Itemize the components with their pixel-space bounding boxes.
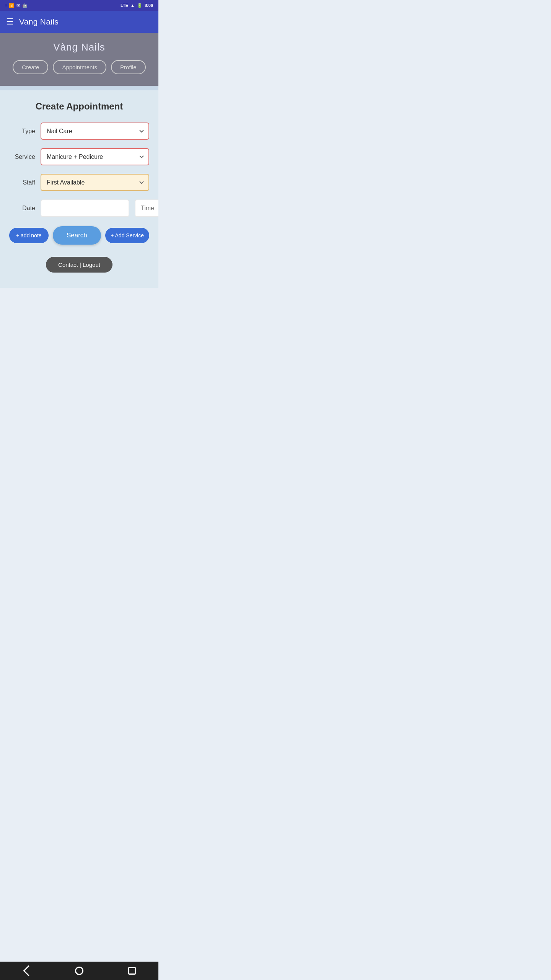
type-row: Type Nail Care Hair Spa <box>9 122 149 140</box>
form-title: Create Appointment <box>9 101 149 112</box>
create-appointment-form: Create Appointment Type Nail Care Hair S… <box>0 90 158 288</box>
banner: Vàng Nails Create Appointments Profile <box>0 33 158 86</box>
battery-icon: 🔋 <box>137 3 142 8</box>
notification-icon: ! <box>5 3 7 8</box>
staff-row: Staff First Available Staff 1 Staff 2 <box>9 174 149 191</box>
service-label: Service <box>9 154 35 160</box>
contact-logout-button[interactable]: Contact | Logout <box>46 257 112 273</box>
top-nav: ☰ Vang Nails <box>0 11 158 33</box>
hamburger-menu-icon[interactable]: ☰ <box>6 17 14 27</box>
time-input[interactable] <box>135 199 158 217</box>
service-row: Service Manicure + Pedicure Manicure Ped… <box>9 148 149 165</box>
create-button[interactable]: Create <box>13 60 48 74</box>
date-row: Date <box>9 199 149 217</box>
clock: 8:06 <box>145 3 153 8</box>
service-select[interactable]: Manicure + Pedicure Manicure Pedicure <box>41 148 149 165</box>
footer: Contact | Logout <box>9 252 149 280</box>
status-bar-right: LTE ▲ 🔋 8:06 <box>121 3 153 8</box>
staff-label: Staff <box>9 179 35 186</box>
status-bar: ! 📶 ✉ 🤖 LTE ▲ 🔋 8:06 <box>0 0 158 11</box>
signal-icon: ▲ <box>130 3 135 8</box>
type-label: Type <box>9 128 35 135</box>
date-label: Date <box>9 205 35 212</box>
android-icon: 🤖 <box>22 3 28 8</box>
banner-title: Vàng Nails <box>53 41 105 53</box>
date-input[interactable] <box>41 199 129 217</box>
appointments-button[interactable]: Appointments <box>53 60 106 74</box>
action-row: + add note Search + Add Service <box>9 226 149 245</box>
type-select[interactable]: Nail Care Hair Spa <box>41 122 149 140</box>
banner-buttons: Create Appointments Profile <box>13 60 145 74</box>
app-title: Vang Nails <box>19 17 59 26</box>
search-button[interactable]: Search <box>53 226 101 245</box>
status-bar-left: ! 📶 ✉ 🤖 <box>5 3 28 8</box>
mail-icon: ✉ <box>16 3 20 8</box>
add-note-button[interactable]: + add note <box>9 228 49 243</box>
sim-icon: 📶 <box>9 3 14 8</box>
lte-icon: LTE <box>121 3 128 8</box>
add-service-button[interactable]: + Add Service <box>105 228 149 243</box>
section-spacer <box>0 86 158 90</box>
staff-select[interactable]: First Available Staff 1 Staff 2 <box>41 174 149 191</box>
profile-button[interactable]: Profile <box>111 60 146 74</box>
